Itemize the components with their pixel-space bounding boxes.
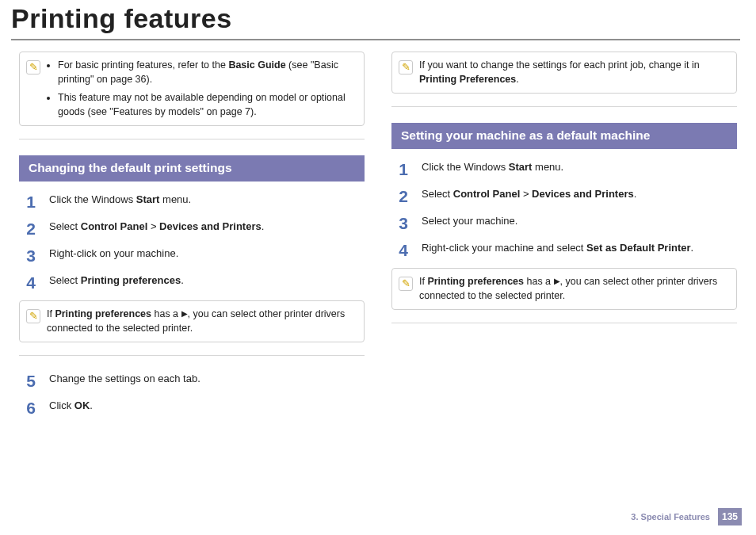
note-body: If Printing preferences has a ▶, you can… — [419, 275, 728, 303]
step-row: 1 Click the Windows Start menu. — [24, 193, 365, 210]
step-row: 3 Select your machine. — [396, 214, 737, 231]
step-number: 3 — [24, 247, 38, 264]
note-body: For basic printing features, refer to th… — [47, 59, 356, 119]
step-row: 6 Click OK. — [24, 399, 365, 416]
step-text: Select Printing preferences. — [49, 273, 184, 289]
step-text: Right-click your machine and select Set … — [422, 241, 693, 256]
step-number: 4 — [396, 242, 410, 258]
step-text: Select Control Panel > Devices and Print… — [422, 187, 636, 202]
note-per-job-settings: ✎ If you want to change the settings for… — [391, 52, 737, 94]
step-number: 1 — [396, 161, 410, 178]
step-text: Right-click on your machine. — [49, 246, 178, 262]
step-text: Select your machine. — [422, 214, 517, 229]
page-footer: 3. Special Features 135 — [631, 508, 742, 525]
step-row: 2 Select Control Panel > Devices and Pri… — [396, 187, 737, 204]
step-number: 3 — [396, 215, 410, 231]
right-column: ✎ If you want to change the settings for… — [391, 52, 737, 426]
step-row: 1 Click the Windows Start menu. — [396, 160, 737, 178]
step-row: 3 Right-click on your machine. — [24, 246, 365, 264]
note-body: If you want to change the settings for e… — [419, 59, 728, 86]
step-row: 5 Change the settings on each tab. — [24, 372, 365, 389]
divider — [391, 323, 737, 323]
step-number: 4 — [24, 274, 38, 291]
note-printing-preferences-triangle: ✎ If Printing preferences has a ▶, you c… — [19, 300, 365, 342]
divider — [19, 139, 365, 139]
left-column: ✎ For basic printing features, refer to … — [19, 52, 365, 426]
step-number: 1 — [24, 193, 38, 210]
pencil-icon: ✎ — [399, 277, 413, 291]
step-text: Click the Windows Start menu. — [422, 160, 563, 175]
section-heading-change-defaults: Changing the default print settings — [19, 155, 365, 182]
step-text: Click OK. — [49, 399, 93, 414]
divider — [391, 106, 737, 107]
step-number: 6 — [24, 399, 38, 416]
step-number: 2 — [396, 188, 410, 204]
step-text: Change the settings on each tab. — [49, 372, 200, 387]
step-row: 4 Select Printing preferences. — [24, 273, 365, 291]
content-columns: ✎ For basic printing features, refer to … — [0, 52, 756, 426]
footer-page-number: 135 — [718, 508, 742, 525]
step-text: Click the Windows Start menu. — [49, 193, 191, 208]
pencil-icon: ✎ — [26, 309, 40, 323]
note-basic-guide: ✎ For basic printing features, refer to … — [19, 52, 365, 126]
page-title: Printing features — [11, 3, 756, 34]
pencil-icon: ✎ — [26, 60, 40, 75]
divider — [19, 355, 365, 356]
note-bullet: This feature may not be available depend… — [58, 91, 356, 119]
triangle-right-icon: ▶ — [554, 276, 560, 287]
note-bullet: For basic printing features, refer to th… — [58, 59, 356, 86]
section-heading-default-machine: Setting your machine as a default machin… — [391, 123, 737, 149]
step-number: 2 — [24, 220, 38, 237]
step-row: 4 Right-click your machine and select Se… — [396, 241, 737, 258]
step-text: Select Control Panel > Devices and Print… — [49, 220, 264, 235]
step-number: 5 — [24, 373, 38, 389]
title-rule — [11, 39, 740, 40]
note-printing-preferences-triangle: ✎ If Printing preferences has a ▶, you c… — [391, 268, 737, 310]
step-row: 2 Select Control Panel > Devices and Pri… — [24, 220, 365, 237]
footer-chapter: 3. Special Features — [631, 512, 710, 522]
pencil-icon: ✎ — [399, 60, 413, 75]
note-body: If Printing preferences has a ▶, you can… — [47, 308, 356, 335]
triangle-right-icon: ▶ — [181, 308, 188, 319]
